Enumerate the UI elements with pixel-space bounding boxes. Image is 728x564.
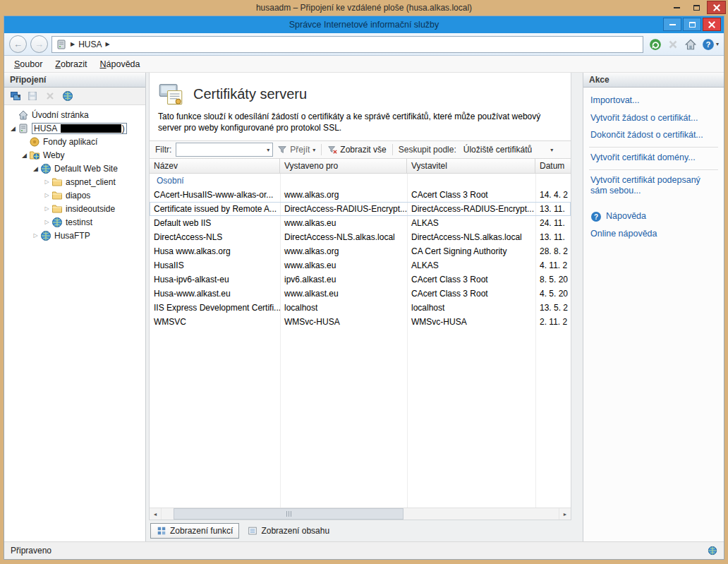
filter-input[interactable]: ▾ (176, 143, 273, 157)
cert-name: CAcert-HusaIIS-www-alkas-or... (150, 190, 280, 200)
breadcrumb-arrow-icon[interactable]: ▶ (106, 41, 110, 47)
back-button[interactable]: ← (9, 35, 27, 53)
iis-titlebar[interactable]: Správce Internetové informační služby (4, 16, 724, 33)
actions-panel: Akce Importovat... Vytvořit žádost o cer… (583, 73, 724, 541)
save-icon[interactable] (27, 90, 38, 102)
tree-collapsed-icon[interactable]: ▷ (42, 179, 51, 185)
iis-close-button[interactable] (703, 18, 721, 31)
tree-collapsed-icon[interactable]: ▷ (42, 205, 51, 212)
tree-item-fondy-aplikaci[interactable]: Fondy aplikací (4, 135, 145, 148)
action-dokoncit-zadost[interactable]: Dokončit žádost o certifikát... (583, 127, 724, 145)
forward-button[interactable]: → (30, 35, 48, 53)
rdp-window-title: husaadm – Připojení ke vzdálené ploše (h… (256, 3, 472, 13)
scrollbar-track[interactable] (162, 508, 559, 520)
tree-label: Default Web Site (54, 164, 118, 174)
breadcrumb-item-husa[interactable]: HUSA (78, 40, 102, 49)
tree-item-diapos[interactable]: ▷ diapos (4, 188, 145, 202)
menu-napoveda[interactable]: Nápověda (94, 57, 147, 71)
cert-date: 13. 11. (535, 232, 571, 242)
work-area: Připojení ▾ Úvodní stránka (4, 73, 724, 541)
actions-panel-header: Akce (583, 73, 724, 88)
scrollbar-thumb[interactable] (174, 508, 404, 520)
column-header-nazev[interactable]: Název (150, 159, 280, 173)
tree-collapsed-icon[interactable]: ▷ (42, 219, 51, 225)
tree-item-uvodni-stranka[interactable]: Úvodní stránka (4, 108, 145, 121)
action-napoveda[interactable]: Nápověda (583, 208, 724, 226)
rdp-restore-button[interactable] (687, 1, 706, 14)
column-header-vystaveno-pro[interactable]: Vystaveno pro (280, 159, 407, 173)
rdp-close-button[interactable] (707, 1, 726, 14)
tab-zobrazeni-obsahu[interactable]: Zobrazení obsahu (241, 523, 336, 539)
status-globe-icon (708, 546, 717, 556)
tree-item-aspnet-client[interactable]: ▷ aspnet_client (4, 175, 145, 188)
tree-expanded-icon[interactable]: ◢ (31, 165, 40, 172)
table-row[interactable]: IIS Express Development Certifi... local… (150, 301, 571, 315)
folder-icon (51, 203, 63, 215)
rdp-minimize-button[interactable] (667, 1, 686, 14)
tree-collapsed-icon[interactable]: ▷ (42, 192, 51, 198)
table-row[interactable]: Husa www.alkas.org www.alkas.org CA Cert… (150, 244, 571, 258)
table-row[interactable]: Husa-www.alkast.eu www.alkast.eu CAcert … (150, 287, 571, 301)
action-online-napoveda[interactable]: Online nápověda (583, 226, 724, 244)
table-row[interactable]: WMSVC WMSvc-HUSA WMSvc-HUSA 2. 11. 2 (150, 315, 571, 329)
cert-issued-to: www.alkas.org (280, 246, 407, 256)
action-certifikat-domeny[interactable]: Vytvořit certifikát domény... (583, 150, 724, 167)
column-header-datum[interactable]: Datum (535, 159, 571, 173)
menu-soubor[interactable]: Soubor (8, 57, 49, 71)
grip-icon (291, 511, 291, 517)
disconnect-icon[interactable] (44, 90, 56, 102)
menu-bar: Soubor Zobrazit Nápověda (4, 56, 724, 73)
refresh-connection-icon[interactable] (62, 90, 73, 102)
group-header-osobni[interactable]: Osobní (150, 174, 571, 188)
rdp-titlebar[interactable]: husaadm – Připojení ke vzdálené ploše (h… (0, 0, 728, 16)
tree-item-weby[interactable]: ◢ Weby (4, 148, 145, 162)
connections-panel-header: Připojení (4, 73, 145, 88)
tree-item-testinst[interactable]: ▷ testinst (4, 215, 145, 229)
table-row[interactable]: CAcert-HusaIIS-www-alkas-or... www.alkas… (150, 188, 571, 202)
breadcrumb[interactable]: ▶ HUSA ▶ (51, 36, 643, 53)
tab-zobrazeni-funkci[interactable]: Zobrazení funkcí (150, 523, 239, 539)
tree-item-insideoutside[interactable]: ▷ insideoutside (4, 202, 145, 215)
scroll-left-button[interactable]: ◄ (150, 508, 162, 520)
iis-minimize-button[interactable] (663, 18, 681, 31)
group-by-select[interactable]: Úložiště certifikátů ▾ (461, 145, 556, 155)
menu-zobrazit[interactable]: Zobrazit (49, 57, 93, 71)
tree-expanded-icon[interactable]: ◢ (8, 125, 18, 132)
server-icon (56, 39, 67, 50)
column-header-vystavitel[interactable]: Vystavitel (407, 159, 535, 173)
chevron-down-icon[interactable]: ▾ (267, 147, 269, 153)
table-row[interactable]: Certificate issued by Remote A... Direct… (150, 202, 571, 216)
iis-restore-button[interactable] (683, 18, 701, 31)
show-all-button[interactable]: Zobrazit vše (327, 145, 386, 155)
cert-date: 28. 8. 2 (535, 246, 571, 256)
tree-collapsed-icon[interactable]: ▷ (31, 232, 40, 239)
tree-expanded-icon[interactable]: ◢ (20, 152, 29, 159)
horizontal-scrollbar[interactable]: ◄ ► (150, 508, 571, 520)
tree-item-default-web-site[interactable]: ◢ Default Web Site (4, 162, 145, 175)
table-row[interactable]: Default web IIS www.alkas.eu ALKAS 24. 1… (150, 216, 571, 230)
help-menu-button[interactable]: ▾ (702, 38, 719, 51)
table-row[interactable]: Husa-ipv6-alkast-eu ipv6.alkast.eu CAcer… (150, 272, 571, 287)
rdp-window-controls (667, 1, 726, 14)
create-connection-button[interactable]: ▾ (10, 90, 20, 102)
stop-icon[interactable] (667, 38, 679, 51)
scroll-left-icon: ◄ (153, 512, 158, 517)
cert-name: Certificate issued by Remote A... (150, 204, 280, 214)
site-globe-icon (51, 217, 63, 228)
table-row[interactable]: HusaIIS www.alkas.eu ALKAS 4. 11. 2 (150, 258, 571, 272)
action-self-signed[interactable]: Vytvořit certifikát podepsaný sám sebou.… (583, 172, 724, 200)
breadcrumb-arrow-icon[interactable]: ▶ (71, 41, 75, 47)
action-importovat[interactable]: Importovat... (583, 92, 724, 110)
folder-icon (51, 190, 63, 201)
scroll-right-button[interactable]: ► (559, 508, 571, 520)
home-icon[interactable] (684, 38, 697, 51)
action-vytvorit-zadost[interactable]: Vytvořit žádost o certifikát... (583, 110, 724, 128)
tree-item-husa[interactable]: ◢ HUSA ) (4, 121, 145, 135)
go-button[interactable]: Přejít ▾ (277, 145, 315, 155)
tree-item-husaftp[interactable]: ▷ HusaFTP (4, 229, 145, 242)
restart-icon[interactable] (649, 38, 662, 51)
cert-date: 8. 5. 20 (535, 275, 571, 284)
tree-label: Fondy aplikací (43, 137, 97, 147)
table-row[interactable]: DirectAccess-NLS DirectAccess-NLS.alkas.… (150, 230, 571, 244)
filter-label: Filtr: (155, 145, 171, 155)
